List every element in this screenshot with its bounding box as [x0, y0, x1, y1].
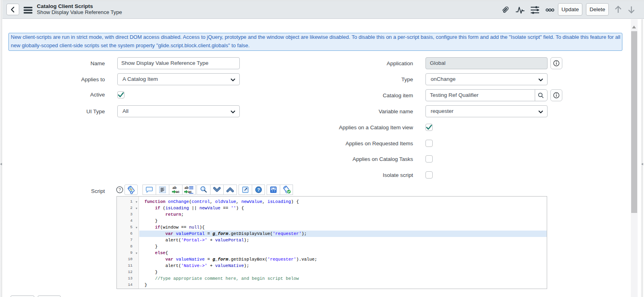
- svg-text:ab: ab: [173, 186, 177, 190]
- svg-text:ac: ac: [176, 190, 180, 194]
- svg-text:ac: ac: [188, 190, 192, 194]
- svg-text:?: ?: [118, 187, 121, 192]
- svg-text:ab: ab: [185, 186, 189, 190]
- svg-text:?: ?: [257, 187, 260, 192]
